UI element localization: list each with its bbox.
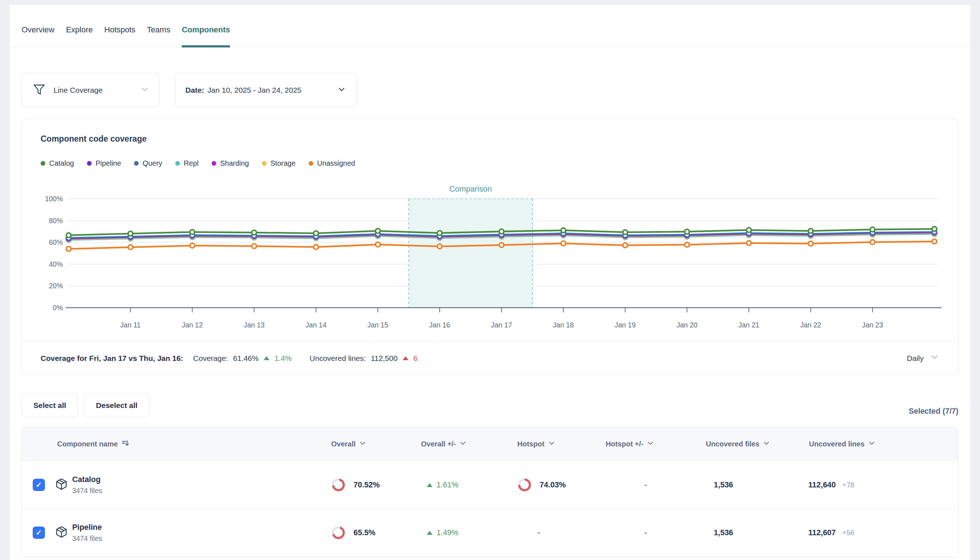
y-tick-label: 20% xyxy=(49,282,63,290)
legend-label: Unassigned xyxy=(317,159,355,167)
summary-coverage-label: Coverage: xyxy=(193,354,228,363)
granularity-dropdown[interactable]: Daily xyxy=(907,352,939,364)
uncovered-files-value: 1,536 xyxy=(714,480,733,490)
metric-filter-dropdown[interactable]: Line Coverage xyxy=(22,73,160,107)
x-tick-label: Jan 16 xyxy=(429,321,450,329)
coverage-donut-icon xyxy=(332,526,345,539)
legend-dot-icon xyxy=(262,161,267,166)
overall-delta-cell: 1.61% xyxy=(419,461,515,508)
column-header-label: Overall +/- xyxy=(421,440,456,448)
hotspot-delta-value: - xyxy=(644,480,647,490)
column-header-uncovered-lines[interactable]: Uncovered lines xyxy=(807,427,958,461)
chevron-down-icon xyxy=(548,440,555,449)
uncovered-lines-cell: 112,640+78 xyxy=(807,461,958,508)
chevron-down-icon xyxy=(459,440,467,449)
up-arrow-icon xyxy=(264,356,269,360)
hotspot-delta-cell: - xyxy=(603,509,704,557)
legend-dot-icon xyxy=(134,161,139,166)
tab-hotspots[interactable]: Hotspots xyxy=(104,25,135,47)
component-file-count: 3474 files xyxy=(72,535,102,543)
coverage-donut-icon xyxy=(332,478,345,492)
up-arrow-icon xyxy=(403,356,409,360)
component-name-cell: Pipeline3474 files xyxy=(55,509,329,557)
granularity-value: Daily xyxy=(907,354,924,363)
table-header-spacer xyxy=(22,427,55,461)
chart-legend: CatalogPipelineQueryReplShardingStorageU… xyxy=(41,159,355,167)
chevron-down-icon xyxy=(929,352,939,364)
package-cube-icon xyxy=(55,478,68,492)
x-tick-label: Jan 12 xyxy=(182,321,203,329)
overall-delta-value: 1.49% xyxy=(437,528,458,537)
uncovered-lines-delta: +56 xyxy=(842,529,855,537)
summary-uncovered-value: 112,500 xyxy=(371,354,397,363)
x-tick-label: Jan 15 xyxy=(367,321,388,329)
tab-teams[interactable]: Teams xyxy=(147,25,170,47)
x-tick-label: Jan 23 xyxy=(862,321,884,329)
row-checkbox[interactable]: ✓ xyxy=(33,479,45,491)
legend-item-pipeline: Pipeline xyxy=(87,159,121,167)
tab-components[interactable]: Components xyxy=(182,25,230,47)
table-row-pipeline[interactable]: ✓Pipeline3474 files65.5%1.49%--1,536112,… xyxy=(22,509,958,557)
x-tick-label: Jan 17 xyxy=(491,321,512,329)
overall-cell: 70.52% xyxy=(329,461,419,508)
y-tick-label: 60% xyxy=(49,238,63,246)
legend-item-storage: Storage xyxy=(262,159,296,167)
column-header-uncovered-files[interactable]: Uncovered files xyxy=(704,427,807,461)
column-header-label: Uncovered lines xyxy=(809,440,865,448)
legend-dot-icon xyxy=(87,161,91,166)
hotspot-cell: - xyxy=(515,509,603,557)
x-tick-label: Jan 21 xyxy=(738,321,759,329)
x-tick-label: Jan 20 xyxy=(676,321,698,329)
selected-count: Selected (7/7) xyxy=(909,407,958,417)
table-row-catalog[interactable]: ✓Catalog3474 files70.52%1.61%74.03%-1,53… xyxy=(22,461,958,509)
column-header-label: Component name xyxy=(57,440,118,448)
x-tick-label: Jan 19 xyxy=(615,321,636,329)
date-filter-dropdown[interactable]: Date: Jan 10, 2025 - Jan 24, 2025 xyxy=(175,73,357,107)
component-name-block: Catalog3474 files xyxy=(72,475,102,495)
x-tick-label: Jan 18 xyxy=(553,321,574,329)
legend-item-sharding: Sharding xyxy=(212,159,249,167)
hotspot-value: 74.03% xyxy=(540,480,566,490)
package-cube-icon xyxy=(55,525,68,540)
sort-icon xyxy=(121,439,130,449)
tab-overview[interactable]: Overview xyxy=(22,25,55,47)
column-header-label: Overall xyxy=(331,440,355,448)
row-checkbox-cell: ✓ xyxy=(22,509,55,557)
deselect-all-button[interactable]: Deselect all xyxy=(84,393,149,417)
column-header-overall-[interactable]: Overall +/- xyxy=(419,427,515,461)
coverage-donut-icon xyxy=(518,478,531,492)
row-checkbox[interactable]: ✓ xyxy=(33,527,45,539)
column-header-hotspot[interactable]: Hotspot xyxy=(515,427,603,461)
main-panel: OverviewExploreHotspotsTeamsComponents L… xyxy=(10,5,970,560)
overall-delta-cell: 1.49% xyxy=(419,509,515,557)
column-header-hotspot-[interactable]: Hotspot +/- xyxy=(603,427,704,461)
uncovered-lines-cell: 112,607+56 xyxy=(807,509,958,557)
select-all-button[interactable]: Select all xyxy=(22,393,78,417)
overall-value: 65.5% xyxy=(354,528,375,537)
hotspot-delta-cell: - xyxy=(603,461,704,508)
component-name: Catalog xyxy=(72,475,102,484)
nav-tabs: OverviewExploreHotspotsTeamsComponents xyxy=(10,5,970,47)
date-filter-prefix: Date: xyxy=(185,86,204,95)
funnel-icon xyxy=(32,82,47,98)
uncovered-lines-delta: +78 xyxy=(842,481,855,489)
overall-delta-value: 1.61% xyxy=(437,480,458,490)
summary-coverage-delta: 1.4% xyxy=(274,354,292,363)
legend-dot-icon xyxy=(309,161,313,166)
summary-uncovered-delta: 6 xyxy=(414,354,418,363)
y-tick-label: 100% xyxy=(45,195,63,203)
uncovered-files-cell: 1,536 xyxy=(704,509,807,557)
chevron-down-icon xyxy=(359,440,366,449)
coverage-line-chart: ComparisonJan 11Jan 12Jan 13Jan 14Jan 15… xyxy=(22,184,960,335)
tab-explore[interactable]: Explore xyxy=(66,25,93,47)
column-header-overall[interactable]: Overall xyxy=(329,427,419,461)
component-name-block: Pipeline3474 files xyxy=(72,523,102,543)
chevron-down-icon xyxy=(762,440,770,449)
summary-uncovered-label: Uncovered lines: xyxy=(310,354,366,363)
comparison-region-label: Comparison xyxy=(449,184,492,193)
column-header-component-name[interactable]: Component name xyxy=(55,427,329,461)
column-header-label: Hotspot +/- xyxy=(606,440,643,448)
uncovered-files-value: 1,536 xyxy=(714,528,733,537)
selection-row: Select all Deselect all Selected (7/7) xyxy=(22,393,958,417)
legend-label: Catalog xyxy=(49,159,74,167)
